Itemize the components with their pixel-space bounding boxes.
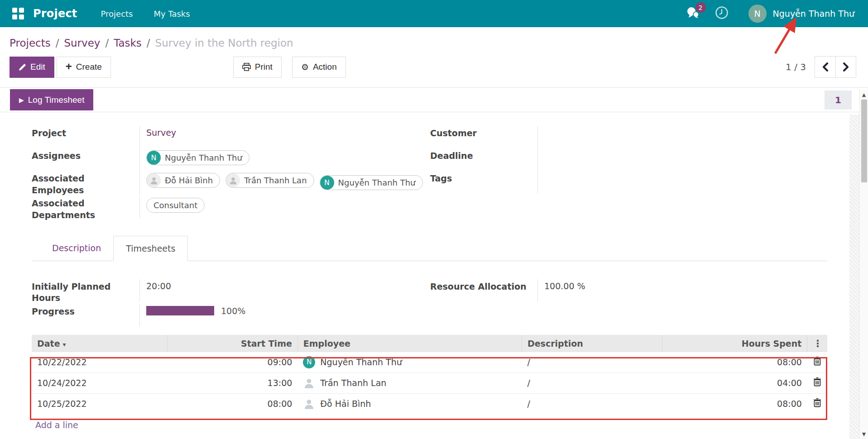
activity-clock-icon[interactable] xyxy=(715,6,729,21)
tag-label: Consultant xyxy=(153,200,197,210)
delete-row-button[interactable] xyxy=(813,398,821,407)
timesheet-row[interactable]: 10/24/2022 13:00 Trần Thanh Lan / 04:00 xyxy=(32,372,827,393)
scrollbar-gutter xyxy=(849,115,859,439)
project-label: Project xyxy=(32,126,139,139)
cell-employee: Trần Thanh Lan xyxy=(297,372,522,393)
employee-tag: Trần Thanh Lan xyxy=(225,173,314,188)
deadline-label: Deadline xyxy=(430,148,537,162)
edit-button[interactable]: Edit xyxy=(10,57,54,78)
cell-start-time: 13:00 xyxy=(168,372,298,393)
employee-tag: N Nguyễn Thanh Thư xyxy=(320,175,423,190)
cell-hours-spent: 04:00 xyxy=(662,372,807,393)
gear-icon: ⚙ xyxy=(301,63,309,72)
action-button[interactable]: ⚙ Action xyxy=(292,57,346,78)
column-header-description[interactable]: Description xyxy=(522,335,662,352)
tab-timesheets[interactable]: Timesheets xyxy=(113,236,188,261)
notebook-tabs: Description Timesheets xyxy=(32,236,827,261)
play-icon: ▶ xyxy=(19,97,24,103)
kebab-icon: ⋮ xyxy=(813,338,822,349)
cell-date: 10/22/2022 xyxy=(32,352,168,373)
nav-menu-projects[interactable]: Projects xyxy=(101,9,133,19)
breadcrumb-separator: / xyxy=(147,37,150,49)
customer-label: Customer xyxy=(430,126,537,139)
sort-desc-icon: ▾ xyxy=(63,341,66,348)
trash-icon xyxy=(813,357,821,366)
breadcrumb-tasks[interactable]: Tasks xyxy=(114,37,142,49)
vertical-scrollbar[interactable]: ▲ ▼ xyxy=(859,90,868,439)
scrollbar-thumb[interactable] xyxy=(861,100,867,182)
app-title[interactable]: Project xyxy=(33,7,77,20)
column-header-hours-spent[interactable]: Hours Spent xyxy=(662,335,807,352)
employee-tag: Đỗ Hải Bình xyxy=(146,173,220,188)
user-menu[interactable]: Nguyễn Thanh Thư xyxy=(773,9,854,19)
breadcrumb: Projects/Survey/Tasks/Survey in the Nort… xyxy=(10,37,868,49)
planned-hours-label: Initially Planned Hours xyxy=(32,279,139,304)
cell-date: 10/25/2022 xyxy=(32,393,168,414)
resource-allocation-label: Resource Allocation xyxy=(430,279,537,293)
department-tag: Consultant xyxy=(146,198,205,213)
print-button[interactable]: Print xyxy=(233,57,282,78)
timesheet-row[interactable]: 10/22/2022 09:00 N Nguyễn Thanh Thư / 08… xyxy=(32,352,827,373)
deadline-value[interactable] xyxy=(537,148,827,171)
column-header-date[interactable]: Date▾ xyxy=(32,335,168,352)
breadcrumb-survey[interactable]: Survey xyxy=(64,37,100,49)
scroll-up-arrow[interactable]: ▲ xyxy=(860,91,868,99)
tab-description[interactable]: Description xyxy=(40,236,113,261)
user-avatar[interactable]: N xyxy=(748,5,767,23)
log-timesheet-button[interactable]: ▶ Log Timesheet xyxy=(10,89,93,110)
cell-description: / xyxy=(522,393,662,414)
apps-menu-icon[interactable] xyxy=(12,8,24,19)
tag-avatar-initial: N xyxy=(147,151,161,165)
page: Project Projects My Tasks 2 N Nguyễn xyxy=(0,0,868,439)
customer-value[interactable] xyxy=(537,126,827,148)
breadcrumb-current: Survey in the North region xyxy=(155,37,293,49)
breadcrumb-separator: / xyxy=(56,37,59,49)
resource-allocation-value: 100.00 % xyxy=(537,279,827,302)
timesheet-list: Date▾ Start Time Employee Description Ho… xyxy=(32,335,827,430)
cell-hours-spent: 08:00 xyxy=(662,393,807,414)
cell-description: / xyxy=(522,372,662,393)
create-button[interactable]: + Create xyxy=(57,57,111,78)
assignees-label: Assignees xyxy=(32,148,139,162)
delete-row-button[interactable] xyxy=(813,357,821,366)
timesheet-row[interactable]: 10/25/2022 08:00 Đỗ Hải Bình / 08:00 xyxy=(32,393,827,414)
stage-badge[interactable]: 1 xyxy=(825,91,852,110)
pager-next-button[interactable] xyxy=(835,57,856,77)
add-a-line-link[interactable]: Add a line xyxy=(32,420,78,430)
progress-label: Progress xyxy=(32,304,139,318)
messages-count-badge: 2 xyxy=(695,2,706,13)
delete-row-button[interactable] xyxy=(813,377,821,387)
tag-label: Nguyễn Thanh Thư xyxy=(338,178,416,187)
breadcrumb-separator: / xyxy=(105,37,109,49)
printer-icon xyxy=(242,63,251,71)
project-value-link[interactable]: Survey xyxy=(146,128,176,138)
pager: 1 / 3 xyxy=(786,56,856,78)
pager-previous-button[interactable] xyxy=(815,57,835,77)
breadcrumb-projects[interactable]: Projects xyxy=(10,37,51,49)
tag-label: Đỗ Hải Bình xyxy=(165,176,213,185)
tag-label: Trần Thanh Lan xyxy=(244,176,307,185)
tag-label: Nguyễn Thanh Thư xyxy=(165,153,242,162)
form-sheet: Project Survey Assignees N Nguyễn Thanh … xyxy=(0,112,868,430)
optional-columns-toggle[interactable]: ⋮ xyxy=(807,335,827,352)
tags-value[interactable] xyxy=(537,171,827,194)
column-header-start-time[interactable]: Start Time xyxy=(168,335,298,352)
cell-employee: Đỗ Hải Bình xyxy=(297,393,522,414)
cell-description: / xyxy=(522,352,662,373)
person-icon xyxy=(226,173,240,187)
departments-label: Associated Departments xyxy=(32,196,139,221)
top-navbar: Project Projects My Tasks 2 N Nguyễn xyxy=(0,0,868,27)
cell-start-time: 09:00 xyxy=(168,352,298,373)
trash-icon xyxy=(813,377,821,387)
scroll-down-arrow[interactable]: ▼ xyxy=(860,430,868,438)
cell-date: 10/24/2022 xyxy=(32,372,168,393)
nav-menu-my-tasks[interactable]: My Tasks xyxy=(154,9,190,19)
messages-icon[interactable]: 2 xyxy=(686,7,700,20)
trash-icon xyxy=(813,398,821,407)
progress-percent-text: 100% xyxy=(221,306,245,316)
column-header-employee[interactable]: Employee xyxy=(297,335,522,352)
employee-avatar: N xyxy=(303,356,315,368)
cell-start-time: 08:00 xyxy=(168,393,298,414)
assignee-tag: N Nguyễn Thanh Thư xyxy=(146,150,249,165)
tags-label: Tags xyxy=(430,171,537,185)
